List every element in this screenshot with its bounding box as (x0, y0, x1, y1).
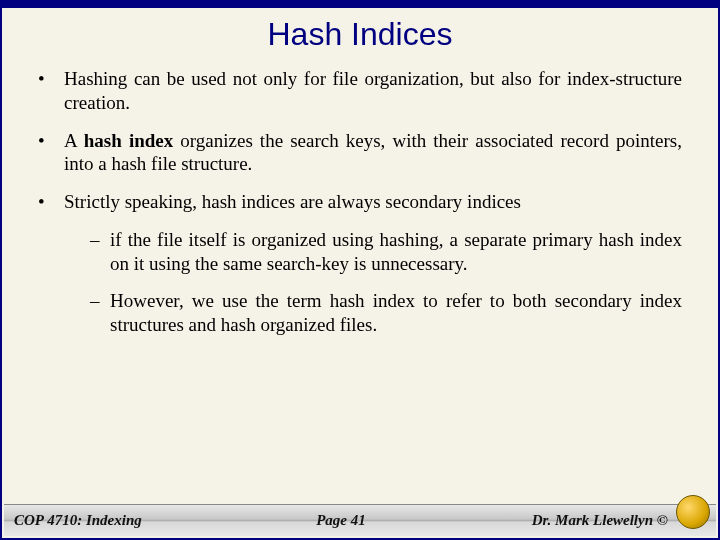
sub-bullet-text: if the file itself is organized using ha… (110, 228, 682, 276)
slide-content: • Hashing can be used not only for file … (2, 67, 718, 337)
slide-footer: COP 4710: Indexing Page 41 Dr. Mark Llew… (4, 504, 716, 536)
dash-marker: – (90, 228, 110, 276)
footer-author-text: Dr. Mark Llewellyn © (532, 512, 668, 528)
bullet-marker: • (38, 129, 64, 177)
bullet-marker: • (38, 67, 64, 115)
footer-page: Page 41 (232, 512, 450, 529)
text-span: A (64, 130, 84, 151)
bullet-marker: • (38, 190, 64, 214)
bullet-item: • Strictly speaking, hash indices are al… (38, 190, 682, 214)
bullet-item: • Hashing can be used not only for file … (38, 67, 682, 115)
ucf-logo-icon (676, 495, 710, 529)
footer-course: COP 4710: Indexing (4, 512, 232, 529)
dash-marker: – (90, 289, 110, 337)
slide-title: Hash Indices (2, 8, 718, 67)
bullet-text: Hashing can be used not only for file or… (64, 67, 682, 115)
footer-author: Dr. Mark Llewellyn © (450, 512, 716, 529)
sub-bullet-item: – if the file itself is organized using … (90, 228, 682, 276)
sub-bullet-item: – However, we use the term hash index to… (90, 289, 682, 337)
sub-bullet-text: However, we use the term hash index to r… (110, 289, 682, 337)
bold-term: hash index (84, 130, 173, 151)
bullet-text: Strictly speaking, hash indices are alwa… (64, 190, 682, 214)
bullet-text: A hash index organizes the search keys, … (64, 129, 682, 177)
bullet-item: • A hash index organizes the search keys… (38, 129, 682, 177)
